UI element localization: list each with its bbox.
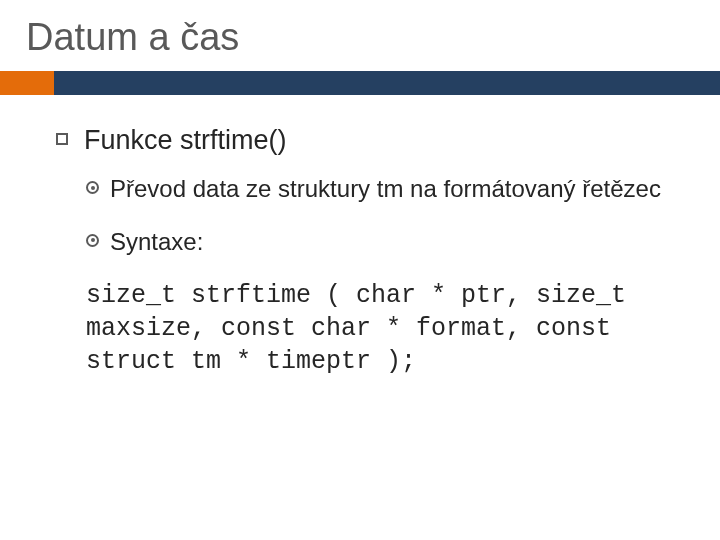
code-block: size_t strftime ( char * ptr, size_t max…: [86, 279, 680, 378]
divider-accent: [0, 71, 54, 95]
slide-title: Datum a čas: [0, 0, 720, 71]
title-divider: [0, 71, 720, 95]
divider-bar: [0, 71, 720, 95]
heading-level1: Funkce strftime(): [56, 125, 680, 156]
bullet-description: Převod data ze struktury tm na formátova…: [86, 174, 680, 205]
bullet-syntax-label: Syntaxe:: [86, 227, 680, 258]
slide: Datum a čas Funkce strftime() Převod dat…: [0, 0, 720, 540]
slide-body: Funkce strftime() Převod data ze struktu…: [0, 95, 720, 378]
